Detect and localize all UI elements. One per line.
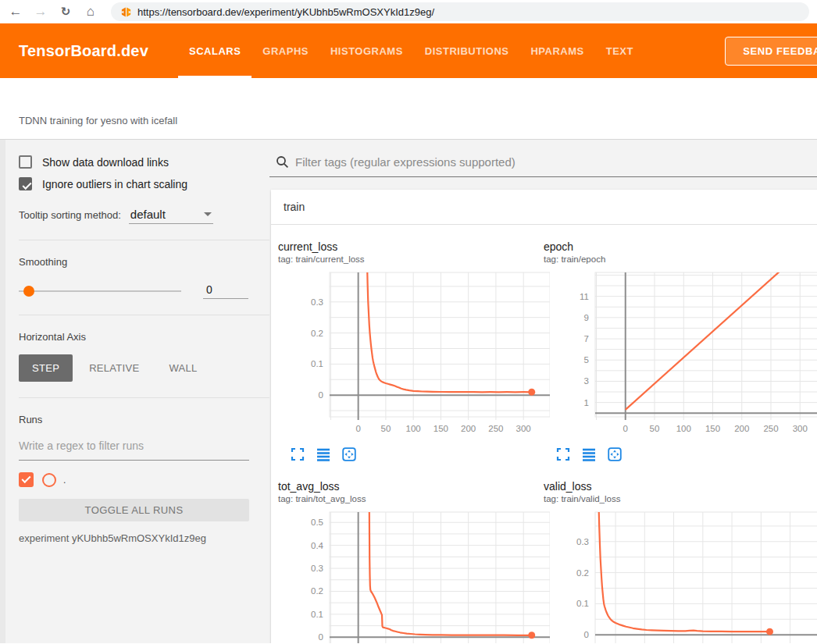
axis-wall-button[interactable]: WALL [155,354,210,382]
runs-filter-input[interactable] [19,439,249,452]
chart-tag: tag: train/valid_loss [544,494,817,503]
axis-relative-button[interactable]: RELATIVE [76,354,152,382]
reload-icon[interactable]: ↻ [56,2,75,21]
svg-text:250: 250 [763,424,778,433]
tooltip-sorting-select[interactable]: default [129,208,213,224]
svg-text:9: 9 [584,313,589,322]
run-checkbox-icon[interactable] [19,472,34,487]
checkbox-unchecked-icon[interactable] [19,155,32,169]
svg-text:7: 7 [584,334,589,343]
svg-text:0: 0 [623,424,628,433]
home-icon[interactable]: ⌂ [81,2,100,21]
checkbox-checked-icon[interactable] [19,177,32,190]
tab-scalars[interactable]: SCALARS [178,23,252,78]
chart-title: tot_avg_loss [278,480,537,493]
svg-text:0: 0 [355,424,360,433]
run-list-item[interactable]: . [19,472,249,487]
run-name: . [63,475,66,486]
chart-title: current_loss [278,240,537,253]
charts-grid: current_loss tag: train/current_loss 050… [271,225,817,643]
expand-chart-icon[interactable] [291,447,305,461]
settings-sidebar: Show data download links Ignore outliers… [0,140,269,643]
search-icon [276,155,289,169]
ignore-outliers-row[interactable]: Ignore outliers in chart scaling [19,177,249,190]
svg-text:100: 100 [406,424,421,433]
svg-text:300: 300 [793,424,808,433]
svg-text:200: 200 [461,424,476,433]
svg-text:0: 0 [319,632,323,642]
tab-histograms[interactable]: HISTOGRAMS [319,23,414,78]
log-scale-icon[interactable] [316,447,330,461]
forward-icon[interactable]: → [31,2,50,21]
fit-domain-icon[interactable] [608,447,622,461]
svg-text:0: 0 [584,630,589,639]
svg-text:50: 50 [650,424,660,433]
expand-chart-icon[interactable] [556,447,570,461]
smoothing-slider[interactable] [19,286,181,297]
chart-plot[interactable]: 5010015020025030000.10.20.3 [544,510,817,643]
chart-card-epoch: epoch tag: train/epoch 05010015020025030… [537,240,817,461]
svg-text:250: 250 [488,424,503,433]
chart-card-valid-loss: valid_loss tag: train/valid_loss 5010015… [537,480,817,643]
horizontal-axis-section: Horizontal Axis STEP RELATIVE WALL [19,315,269,398]
svg-text:0.2: 0.2 [311,586,323,596]
filter-tags-input[interactable] [295,155,795,169]
chevron-down-icon [204,212,212,216]
svg-text:150: 150 [705,424,720,433]
fit-domain-icon[interactable] [342,447,356,461]
svg-text:150: 150 [433,424,448,433]
svg-text:300: 300 [516,424,531,433]
tab-text[interactable]: TEXT [595,23,644,78]
browser-toolbar: ← → ↻ ⌂ https://tensorboard.dev/experime… [0,0,817,23]
axis-step-button[interactable]: STEP [19,354,73,382]
tooltip-sorting-label: Tooltip sorting method: [19,209,121,221]
show-download-links-label: Show data download links [42,156,169,169]
svg-text:0.2: 0.2 [576,568,589,578]
filter-tags-row [269,140,817,177]
train-group-card: train current_loss tag: train/current_lo… [271,190,817,643]
tab-distributions[interactable]: DISTRIBUTIONS [414,23,520,78]
chart-title: epoch [544,240,817,253]
experiment-title: TDNN training for yesno with icefall [19,115,177,126]
runs-section: Runs . TOGGLE ALL RUNS experiment yKUbhb… [19,398,269,560]
slider-thumb[interactable] [23,286,34,297]
svg-text:11: 11 [580,292,589,301]
smoothing-value-input[interactable]: 0 [203,283,248,299]
chart-tag: tag: train/current_loss [278,254,537,264]
svg-text:0.1: 0.1 [576,599,589,608]
svg-text:0.1: 0.1 [311,610,323,619]
chart-plot[interactable]: 05010015020025030000.10.20.30.40.5 [278,510,537,643]
smoothing-label: Smoothing [19,256,249,268]
url-text: https://tensorboard.dev/experiment/yKUbh… [137,6,434,18]
horizontal-axis-label: Horizontal Axis [19,331,249,343]
chart-plot[interactable]: 05010015020025030000.10.20.3 [278,270,537,443]
svg-text:0.4: 0.4 [311,541,324,550]
svg-text:1: 1 [584,398,589,407]
svg-text:5: 5 [584,355,589,365]
svg-text:0.3: 0.3 [311,564,323,573]
back-icon[interactable]: ← [6,2,25,21]
chart-toolbar [278,447,537,461]
left-gutter [0,140,5,643]
app-header: TensorBoard.dev SCALARS GRAPHS HISTOGRAM… [0,23,817,78]
toggle-all-runs-button[interactable]: TOGGLE ALL RUNS [19,499,249,521]
chart-plot[interactable]: 0501001502002503001357911 [544,270,817,443]
chart-tag: tag: train/tot_avg_loss [278,494,537,503]
svg-text:0.3: 0.3 [576,537,589,546]
tab-hparams[interactable]: HPARAMS [519,23,594,78]
experiment-title-bar: TDNN training for yesno with icefall [0,78,817,140]
address-bar[interactable]: https://tensorboard.dev/experiment/yKUbh… [111,2,809,21]
chart-tag: tag: train/epoch [544,254,817,264]
svg-text:0.2: 0.2 [311,329,323,338]
svg-text:200: 200 [734,424,749,433]
svg-text:0.5: 0.5 [311,518,323,527]
send-feedback-button[interactable]: SEND FEEDBACK [725,37,817,66]
tab-graphs[interactable]: GRAPHS [252,23,319,78]
svg-text:0: 0 [319,390,323,400]
show-download-links-row[interactable]: Show data download links [19,155,249,169]
train-group-header[interactable]: train [271,190,817,225]
tooltip-sorting-row: Tooltip sorting method: default [19,208,249,224]
ignore-outliers-label: Ignore outliers in chart scaling [42,178,187,190]
log-scale-icon[interactable] [582,447,596,461]
experiment-id-caption: experiment yKUbhb5wRmOSXYkId1z9eg [19,532,249,544]
